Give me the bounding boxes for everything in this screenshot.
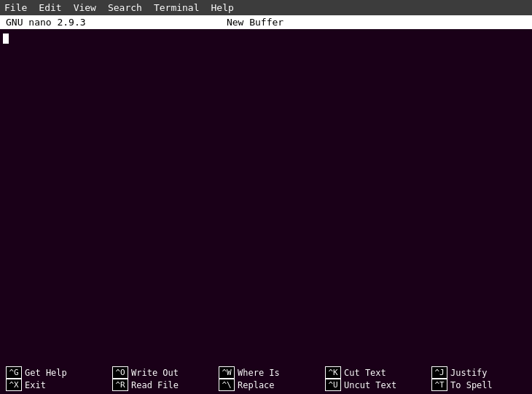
shortcut-read-file: ^R Read File [112, 379, 179, 391]
shortcut-write-out: ^O Write Out [112, 366, 179, 379]
key-ctrl-g[interactable]: ^G [6, 366, 22, 379]
shortcut-write-read: ^O Write Out ^R Read File [106, 363, 213, 394]
shortcut-where-is: ^W Where Is [219, 366, 280, 379]
key-ctrl-backslash[interactable]: ^\ [219, 379, 235, 391]
shortcut-where-replace: ^W Where Is ^\ Replace [213, 363, 319, 394]
text-cursor [3, 34, 9, 44]
title-bar: GNU nano 2.9.3 New Buffer [0, 15, 532, 29]
shortcut-uncut-text: ^U Uncut Text [325, 379, 396, 391]
shortcut-row: ^G Get Help ^X Exit ^O Write Out ^R Read… [0, 363, 532, 394]
shortcut-bar: ^G Get Help ^X Exit ^O Write Out ^R Read… [0, 363, 532, 394]
menu-search[interactable]: Search [106, 1, 144, 14]
menu-edit[interactable]: Edit [37, 1, 63, 14]
menu-bar: File Edit View Search Terminal Help [0, 0, 532, 15]
shortcut-keys-col5: ^J Justify ^T To Spell [431, 366, 493, 391]
label-to-spell: To Spell [450, 380, 493, 390]
label-uncut-text: Uncut Text [344, 380, 396, 390]
key-ctrl-o[interactable]: ^O [112, 366, 128, 379]
key-ctrl-r[interactable]: ^R [112, 379, 128, 391]
menu-terminal[interactable]: Terminal [152, 1, 201, 14]
shortcut-keys-col2: ^O Write Out ^R Read File [112, 366, 179, 391]
editor-area[interactable] [0, 29, 532, 363]
shortcut-to-spell: ^T To Spell [431, 379, 493, 391]
label-write-out: Write Out [131, 368, 179, 378]
shortcut-justify: ^J Justify [431, 366, 493, 379]
label-read-file: Read File [131, 380, 179, 390]
label-justify: Justify [450, 368, 488, 378]
shortcut-help-exit: ^G Get Help ^X Exit [0, 363, 106, 394]
label-where-is: Where Is [238, 368, 280, 378]
menu-view[interactable]: View [72, 1, 98, 14]
label-cut-text: Cut Text [344, 368, 386, 378]
shortcut-keys-col: ^G Get Help ^X Exit [6, 366, 67, 391]
shortcut-justify-spell: ^J Justify ^T To Spell [426, 363, 532, 394]
label-get-help: Get Help [25, 368, 67, 378]
key-ctrl-k[interactable]: ^K [325, 366, 341, 379]
key-ctrl-t[interactable]: ^T [431, 379, 447, 391]
key-ctrl-u[interactable]: ^U [325, 379, 341, 391]
shortcut-replace: ^\ Replace [219, 379, 280, 391]
key-ctrl-w[interactable]: ^W [219, 366, 235, 379]
filename-label: New Buffer [86, 17, 425, 28]
shortcut-get-help: ^G Get Help [6, 366, 67, 379]
menu-file[interactable]: File [3, 1, 28, 14]
shortcut-exit: ^X Exit [6, 379, 67, 391]
shortcut-cut-text: ^K Cut Text [325, 366, 396, 379]
key-ctrl-x[interactable]: ^X [6, 379, 22, 391]
shortcut-cut-uncut: ^K Cut Text ^U Uncut Text [319, 363, 426, 394]
version-label: GNU nano 2.9.3 [6, 17, 86, 28]
menu-help[interactable]: Help [210, 1, 235, 14]
shortcut-keys-col3: ^W Where Is ^\ Replace [219, 366, 280, 391]
key-ctrl-j[interactable]: ^J [431, 366, 447, 379]
label-replace: Replace [238, 380, 275, 390]
shortcut-keys-col4: ^K Cut Text ^U Uncut Text [325, 366, 396, 391]
label-exit: Exit [25, 380, 46, 390]
